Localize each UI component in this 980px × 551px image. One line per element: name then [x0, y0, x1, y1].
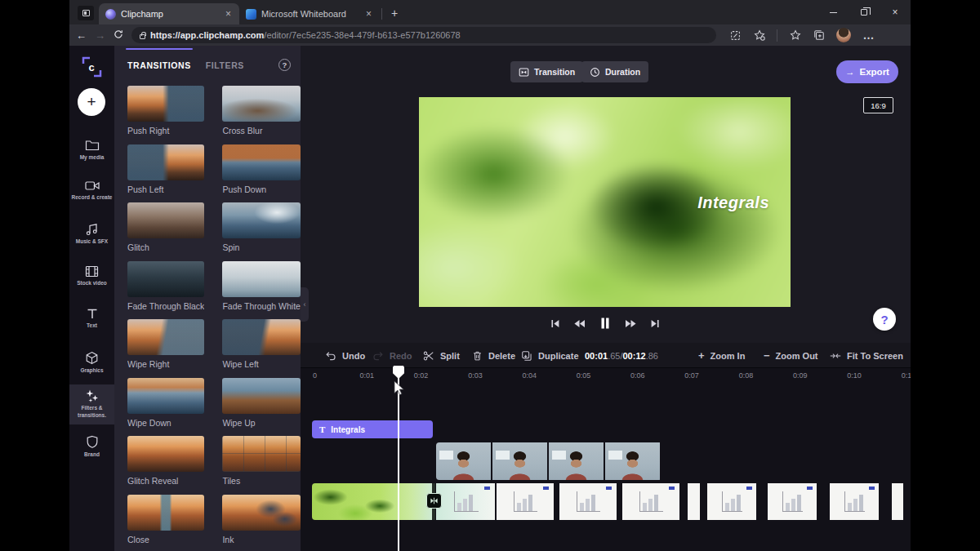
ruler-tick: 0:07: [684, 371, 699, 380]
reload-button[interactable]: [114, 29, 123, 41]
transition-thumbnail[interactable]: [222, 436, 301, 472]
clipchamp-app: c + My mediaRecord & createMusic & SFXSt…: [69, 46, 911, 551]
web-capture-icon[interactable]: [729, 29, 742, 42]
transition-card-ink[interactable]: Ink: [222, 495, 301, 551]
skip-to-start-button[interactable]: [550, 318, 560, 329]
transition-card-fade-through-black[interactable]: Fade Through Black: [127, 261, 204, 320]
tab-filters[interactable]: FILTERS: [206, 59, 244, 70]
sidebar-item-music-sfx[interactable]: Music & SFX: [69, 219, 114, 246]
transition-thumbnail[interactable]: [127, 144, 204, 180]
transition-button[interactable]: Transition: [510, 61, 583, 82]
export-button[interactable]: → Export: [836, 60, 898, 83]
favorites-star-icon[interactable]: [753, 29, 765, 42]
minimize-button[interactable]: [817, 0, 849, 24]
sidebar-item-brand[interactable]: Brand: [69, 431, 114, 459]
transition-card-cross-blur[interactable]: Cross Blur: [222, 86, 301, 144]
panel-collapse-handle[interactable]: ‹: [301, 287, 309, 322]
redo-icon: [372, 350, 384, 362]
video-clip-green[interactable]: [312, 483, 435, 520]
workspaces-icon[interactable]: [78, 6, 94, 20]
skip-to-end-button[interactable]: [650, 318, 661, 329]
transition-card-wipe-up[interactable]: Wipe Up: [222, 378, 301, 437]
tab-clipchamp[interactable]: Clipchamp ×: [99, 3, 239, 24]
transition-thumbnail[interactable]: [222, 319, 301, 355]
help-button[interactable]: ?: [873, 308, 896, 331]
split-button[interactable]: Split: [423, 343, 460, 368]
pause-button[interactable]: [599, 317, 612, 330]
window-close-button[interactable]: ×: [880, 0, 911, 24]
transition-thumbnail[interactable]: [222, 378, 301, 414]
transition-card-fade-through-white[interactable]: Fade Through White: [222, 261, 301, 320]
fit-to-screen-button[interactable]: Fit To Screen: [830, 343, 903, 368]
video-clip-webcam[interactable]: [436, 442, 662, 480]
forward-button[interactable]: →: [95, 30, 105, 41]
rewind-button[interactable]: [573, 318, 586, 329]
collections-icon[interactable]: [813, 29, 825, 42]
transition-card-push-left[interactable]: Push Left: [127, 144, 204, 203]
ruler-tick: 0:11: [902, 371, 911, 380]
maximize-button[interactable]: [849, 0, 880, 24]
collections-star-icon[interactable]: [789, 29, 801, 42]
transition-thumbnail[interactable]: [222, 86, 301, 122]
transition-thumbnail[interactable]: [222, 144, 301, 180]
sidebar-item-my-media[interactable]: My media: [69, 135, 114, 162]
transition-card-spin[interactable]: Spin: [222, 202, 301, 261]
text-icon: T: [319, 424, 325, 434]
transition-thumbnail[interactable]: [127, 86, 204, 122]
transition-thumbnail[interactable]: [222, 261, 301, 297]
sidebar-item-record-create[interactable]: Record & create: [69, 176, 114, 202]
transition-card-wipe-left[interactable]: Wipe Left: [222, 319, 301, 378]
transition-card-glitch[interactable]: Glitch: [127, 202, 204, 261]
fast-forward-button[interactable]: [625, 318, 637, 329]
tab-close-icon[interactable]: ×: [364, 8, 373, 20]
transition-card-glitch-reveal[interactable]: Glitch Reveal: [127, 436, 204, 495]
tab-whiteboard[interactable]: Microsoft Whiteboard ×: [239, 3, 380, 24]
sidebar-item-filters-transitions[interactable]: Filters & transitions.: [69, 384, 114, 424]
video-preview[interactable]: Integrals: [419, 97, 791, 307]
url-field[interactable]: https://app.clipchamp.com/editor/7ec5e23…: [131, 27, 716, 43]
transition-card-push-down[interactable]: Push Down: [222, 144, 301, 203]
transition-thumbnail[interactable]: [127, 319, 204, 355]
transition-thumbnail[interactable]: [222, 495, 301, 531]
delete-button[interactable]: Delete: [472, 343, 515, 368]
duration-button[interactable]: Duration: [581, 61, 648, 82]
text-clip-integrals[interactable]: T Integrals: [312, 420, 433, 438]
sidebar-item-graphics[interactable]: Graphics: [69, 347, 114, 375]
sidebar-item-stock-video[interactable]: Stock video: [69, 261, 114, 287]
back-button[interactable]: ←: [76, 30, 87, 41]
fit-to-screen-icon: [830, 351, 841, 361]
transition-card-wipe-down[interactable]: Wipe Down: [127, 378, 204, 437]
profile-avatar[interactable]: [836, 28, 851, 42]
aspect-ratio-badge[interactable]: 16:9: [863, 97, 893, 113]
transition-junction-icon[interactable]: [426, 493, 442, 509]
export-arrow-icon: →: [845, 67, 855, 77]
zoom-in-button[interactable]: +Zoom In: [698, 343, 745, 368]
more-menu-icon[interactable]: …: [862, 29, 875, 42]
sidebar-item-text[interactable]: Text: [69, 304, 114, 330]
undo-button[interactable]: Undo: [325, 343, 365, 368]
transition-card-tiles[interactable]: Tiles: [222, 436, 301, 495]
transition-thumbnail[interactable]: [222, 202, 301, 238]
camera-icon: [69, 180, 114, 192]
transition-thumbnail[interactable]: [127, 261, 204, 297]
zoom-out-button[interactable]: −Zoom Out: [764, 343, 818, 368]
tab-close-icon[interactable]: ×: [224, 8, 233, 20]
timeline-ruler[interactable]: 00:010:020:030:040:050:060:070:080:090:1…: [301, 370, 911, 384]
transition-card-wipe-right[interactable]: Wipe Right: [127, 319, 204, 378]
tab-divider: [381, 8, 382, 20]
transition-card-close[interactable]: Close: [127, 495, 204, 551]
new-tab-button[interactable]: +: [385, 4, 403, 22]
duplicate-button[interactable]: Duplicate: [521, 343, 579, 368]
redo-label: Redo: [390, 351, 412, 361]
panel-help-icon[interactable]: ?: [278, 59, 291, 71]
tab-transitions[interactable]: TRANSITIONS: [127, 59, 191, 70]
transition-thumbnail[interactable]: [127, 202, 204, 238]
add-media-button[interactable]: +: [78, 88, 105, 116]
transition-thumbnail[interactable]: [127, 495, 204, 531]
url-text: https://app.clipchamp.com/editor/7ec5e23…: [150, 30, 461, 40]
transition-thumbnail[interactable]: [127, 378, 204, 414]
transition-thumbnail[interactable]: [127, 436, 204, 472]
redo-button[interactable]: Redo: [372, 343, 412, 368]
transition-card-push-right[interactable]: Push Right: [127, 86, 204, 144]
clock-icon: [590, 67, 600, 78]
